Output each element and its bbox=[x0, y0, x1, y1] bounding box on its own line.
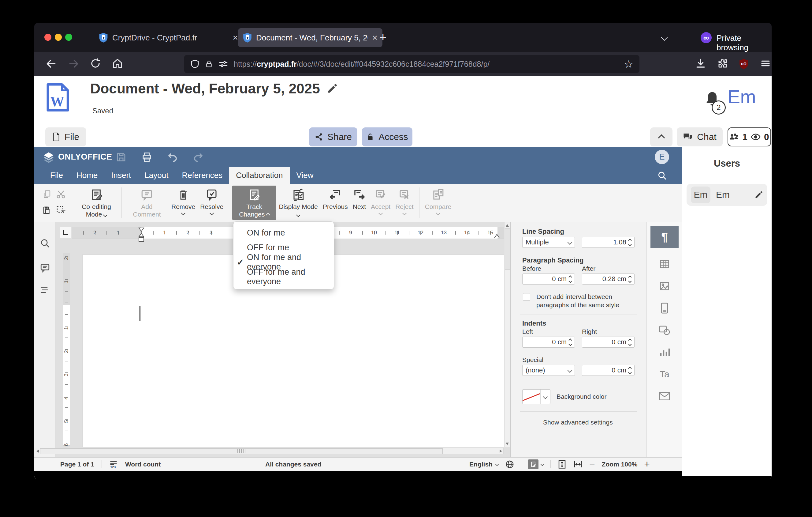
next-change-button[interactable]: Next bbox=[350, 186, 368, 220]
access-button[interactable]: Access bbox=[362, 128, 412, 146]
navigation-headings-icon[interactable] bbox=[40, 286, 50, 295]
chart-settings-tab[interactable] bbox=[650, 342, 678, 363]
page-indicator[interactable]: Page 1 of 1 bbox=[60, 461, 94, 468]
textart-settings-tab[interactable]: Ta bbox=[650, 363, 678, 385]
display-mode-button[interactable]: Display Mode bbox=[276, 186, 320, 220]
tab-close-icon[interactable]: × bbox=[372, 33, 378, 42]
account-initials[interactable]: Em bbox=[728, 86, 756, 108]
compare-button[interactable]: Compare bbox=[423, 186, 454, 220]
paste-icon[interactable] bbox=[42, 206, 51, 215]
url-bar[interactable]: https://cryptpad.fr/doc/#/3/doc/edit/ff0… bbox=[184, 55, 639, 73]
browser-tab-document[interactable]: Document - Wed, February 5, 20 × bbox=[238, 28, 382, 47]
editor-tab-file[interactable]: File bbox=[44, 167, 70, 184]
share-button[interactable]: Share bbox=[309, 128, 357, 146]
no-interval-checkbox[interactable] bbox=[523, 293, 530, 300]
new-tab-button[interactable]: + bbox=[379, 30, 386, 44]
paragraph-settings-tab[interactable]: ¶ bbox=[650, 226, 678, 248]
presence-indicator[interactable]: 1 0 bbox=[728, 128, 771, 146]
indent-markers[interactable] bbox=[138, 227, 145, 243]
extensions-puzzle-icon[interactable] bbox=[717, 58, 728, 69]
scroll-left-arrow[interactable] bbox=[36, 450, 39, 453]
notifications-bell[interactable]: 2 bbox=[704, 90, 721, 108]
cut-icon[interactable] bbox=[56, 189, 66, 199]
add-comment-button[interactable]: Add Comment bbox=[125, 186, 169, 220]
horizontal-scrollbar[interactable] bbox=[35, 448, 503, 454]
zoom-out-button[interactable]: − bbox=[589, 459, 595, 470]
save-icon[interactable] bbox=[116, 152, 127, 163]
collapse-toolbar-button[interactable] bbox=[650, 128, 672, 146]
fit-page-icon[interactable] bbox=[557, 460, 567, 469]
mail-merge-settings-tab[interactable] bbox=[650, 386, 678, 407]
line-spacing-select[interactable]: Multiple bbox=[522, 237, 575, 248]
hamburger-menu-icon[interactable] bbox=[760, 58, 771, 69]
advanced-settings-link[interactable]: Show advanced settings bbox=[543, 419, 613, 427]
right-indent-marker[interactable] bbox=[494, 234, 500, 239]
reload-button[interactable] bbox=[90, 58, 101, 69]
zoom-in-button[interactable]: + bbox=[644, 459, 650, 470]
word-count-button[interactable]: Word count bbox=[125, 461, 161, 468]
redo-icon[interactable] bbox=[193, 152, 204, 163]
select-all-icon[interactable] bbox=[56, 205, 66, 215]
window-close-button[interactable] bbox=[45, 34, 51, 41]
menu-item[interactable]: OFF for me and everyone bbox=[233, 270, 334, 284]
language-selector[interactable]: English bbox=[469, 461, 498, 468]
editor-tab-insert[interactable]: Insert bbox=[104, 167, 138, 184]
window-minimize-button[interactable] bbox=[55, 34, 62, 41]
spacing-before-spinner[interactable]: 0 cm bbox=[522, 273, 575, 284]
browser-tab-cryptdrive[interactable]: CryptDrive - CryptPad.fr × bbox=[94, 28, 243, 47]
menu-item[interactable]: ON for me bbox=[233, 225, 334, 240]
connection-lock-icon[interactable] bbox=[205, 59, 213, 69]
accept-change-button[interactable]: Accept bbox=[368, 186, 393, 220]
table-settings-tab[interactable] bbox=[650, 253, 678, 275]
track-changes-button[interactable]: Track Changes bbox=[232, 186, 276, 220]
fit-width-icon[interactable] bbox=[573, 460, 583, 469]
spin-down[interactable] bbox=[628, 243, 632, 246]
spacing-after-spinner[interactable]: 0.28 cm bbox=[582, 273, 635, 284]
user-list-item[interactable]: Em Em bbox=[687, 184, 767, 206]
window-zoom-button[interactable] bbox=[65, 34, 72, 41]
editor-user-avatar[interactable]: E bbox=[655, 150, 669, 164]
tab-close-icon[interactable]: × bbox=[233, 33, 238, 42]
reject-change-button[interactable]: Reject bbox=[393, 186, 416, 220]
spin-up[interactable] bbox=[628, 239, 632, 242]
headers-footers-settings-tab[interactable] bbox=[650, 297, 678, 319]
special-select[interactable]: (none) bbox=[522, 365, 575, 376]
editor-tab-view[interactable]: View bbox=[290, 167, 320, 184]
ublock-origin-icon[interactable]: uO bbox=[738, 58, 749, 70]
coediting-mode-button[interactable]: Co-editing Mode bbox=[74, 186, 118, 220]
shape-settings-tab[interactable] bbox=[650, 320, 678, 341]
remove-comments-button[interactable]: Remove bbox=[169, 186, 198, 220]
indent-left-spinner[interactable]: 0 cm bbox=[522, 336, 575, 348]
vertical-scroll-thumb[interactable] bbox=[505, 228, 510, 270]
permissions-icon[interactable] bbox=[219, 59, 228, 69]
copy-icon[interactable] bbox=[42, 190, 51, 199]
editor-tab-layout[interactable]: Layout bbox=[138, 167, 175, 184]
tab-stop-selector[interactable] bbox=[60, 227, 71, 238]
horizontal-scroll-thumb[interactable] bbox=[40, 448, 443, 454]
editor-tab-collaboration[interactable]: Collaboration bbox=[229, 167, 289, 184]
edit-name-pencil-icon[interactable] bbox=[754, 191, 763, 199]
find-icon[interactable] bbox=[40, 238, 50, 248]
tab-list-chevron-icon[interactable] bbox=[661, 34, 668, 41]
track-changes-status-toggle[interactable] bbox=[528, 459, 544, 469]
back-button[interactable] bbox=[45, 58, 57, 70]
editor-tab-references[interactable]: References bbox=[175, 167, 229, 184]
special-amount-spinner[interactable]: 0 cm bbox=[582, 365, 635, 376]
scroll-up-arrow[interactable] bbox=[506, 224, 509, 227]
comments-panel-icon[interactable] bbox=[40, 263, 50, 273]
forward-button[interactable] bbox=[68, 58, 80, 70]
undo-icon[interactable] bbox=[167, 152, 178, 163]
spellcheck-globe-icon[interactable] bbox=[505, 460, 514, 469]
tracking-protection-shield-icon[interactable] bbox=[190, 59, 200, 69]
background-color-picker[interactable] bbox=[522, 389, 550, 404]
home-button[interactable] bbox=[112, 58, 123, 69]
print-icon[interactable] bbox=[141, 152, 152, 163]
rename-pencil-icon[interactable] bbox=[327, 83, 338, 94]
editor-search-icon[interactable] bbox=[657, 171, 667, 181]
chat-button[interactable]: Chat bbox=[677, 128, 723, 146]
vertical-scrollbar[interactable] bbox=[504, 222, 510, 447]
scroll-down-arrow[interactable] bbox=[506, 442, 509, 445]
resolve-comments-button[interactable]: Resolve bbox=[198, 186, 226, 220]
downloads-icon[interactable] bbox=[695, 58, 706, 69]
line-spacing-factor-spinner[interactable]: 1.08 bbox=[582, 237, 635, 248]
